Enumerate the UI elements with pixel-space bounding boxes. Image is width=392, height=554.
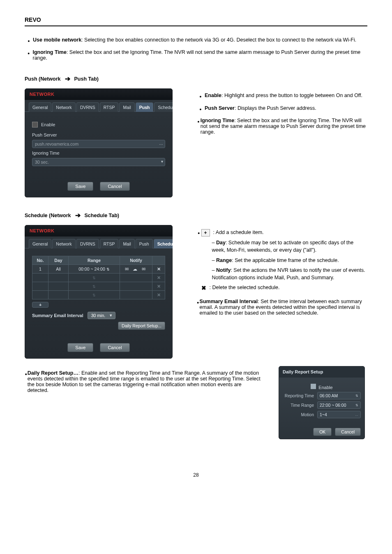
sched-sub-notify-lead: Notify bbox=[216, 267, 231, 273]
x-icon: ✖ bbox=[201, 284, 206, 292]
daily-enable-checkbox[interactable] bbox=[311, 384, 316, 389]
arrow-right-icon: ➔ bbox=[75, 211, 81, 219]
col-notify: Notify bbox=[120, 256, 152, 265]
cell-no: 1 bbox=[32, 265, 48, 274]
schedule-summary-lead: Summary Email Interval bbox=[200, 299, 258, 304]
cell-range[interactable]: 00:00 ~ 24:00 bbox=[78, 267, 105, 271]
plus-icon: + bbox=[201, 229, 210, 236]
schedule-heading-seg2: Schedule Tab) bbox=[85, 213, 120, 218]
push-server-field[interactable]: push.revoamerica.com … bbox=[32, 140, 165, 148]
schedule-add-bullet: • +: Add a schedule item. – Day: Schedul… bbox=[196, 229, 367, 294]
chevron-down-icon: ▼ bbox=[109, 313, 113, 318]
daily-rt-field[interactable]: 06:00 AM⇅ bbox=[317, 392, 361, 399]
sched-sub-day-text: : Schedule may be set to activate on spe… bbox=[212, 240, 354, 253]
intro-bullet-2-lead: Ignoring Time bbox=[32, 49, 66, 55]
summary-interval-label: Summary Email Interval bbox=[32, 313, 83, 318]
intro-bullet-1-lead: Use mobile network bbox=[33, 37, 81, 43]
daily-report-setup-button[interactable]: Daily Report Setup... bbox=[118, 322, 165, 330]
schedule-tabs: General Network DVRNS RTSP Mail Push Sch… bbox=[25, 236, 173, 248]
tab-mail[interactable]: Mail bbox=[119, 239, 134, 248]
push-heading: Push (Network ➔ Push Tab) bbox=[25, 75, 367, 83]
row-delete-button: ✕ bbox=[152, 291, 165, 299]
daily-report-lead: Daily Report Setup… bbox=[28, 370, 78, 376]
col-delete bbox=[152, 256, 165, 265]
divider bbox=[25, 25, 367, 26]
tab-dvrns[interactable]: DVRNS bbox=[76, 102, 99, 112]
tab-rtsp[interactable]: RTSP bbox=[100, 102, 119, 112]
schedule-heading-seg1: Schedule (Network bbox=[25, 213, 71, 218]
push-save-button[interactable]: Save bbox=[67, 182, 93, 191]
tab-network[interactable]: Network bbox=[52, 239, 76, 248]
daily-rt-label: Reporting Time bbox=[283, 393, 314, 398]
row-delete-button: ✕ bbox=[152, 274, 165, 282]
schedule-dialog-title: NETWORK bbox=[25, 225, 173, 236]
daily-tr-value: 22:00 ~ 06:00 bbox=[320, 403, 346, 408]
schedule-table: No. Day Range Notify 1 All 00:00 ~ 24:00… bbox=[32, 256, 165, 299]
row-delete-button: ✕ bbox=[152, 282, 165, 291]
push-cancel-button[interactable]: Cancel bbox=[100, 182, 129, 191]
schedule-summary-bullet: • Summary Email Interval: Set the time i… bbox=[196, 299, 367, 316]
push-heading-seg1: Push (Network bbox=[25, 76, 61, 82]
spinner-icon[interactable]: ⇅ bbox=[355, 394, 358, 398]
tab-general[interactable]: General bbox=[29, 239, 51, 248]
ellipsis-icon[interactable]: … bbox=[159, 141, 163, 146]
ellipsis-icon[interactable]: … bbox=[355, 413, 358, 417]
push-ignore-label: Ignoring Time bbox=[32, 151, 60, 155]
tab-schedule[interactable]: Schedule bbox=[154, 239, 173, 248]
intro-bullet-2: • Ignoring Time: Select the box and set … bbox=[25, 49, 367, 61]
spinner-icon[interactable]: ⇅ bbox=[355, 403, 358, 407]
row-delete-button[interactable]: ✕ bbox=[152, 265, 165, 274]
tab-dvrns[interactable]: DVRNS bbox=[76, 239, 99, 248]
tab-push[interactable]: Push bbox=[136, 102, 154, 112]
push-ignore-value: 30 sec. bbox=[35, 160, 49, 165]
summary-interval-value: 30 min. bbox=[91, 313, 105, 318]
table-row: ⇅ ✕ bbox=[32, 291, 165, 299]
tab-mail[interactable]: Mail bbox=[119, 102, 134, 112]
push-tabs: General Network DVRNS RTSP Mail Push Sch… bbox=[25, 100, 173, 112]
push-enable-checkbox[interactable] bbox=[32, 122, 38, 127]
push-heading-seg2: Push Tab) bbox=[74, 76, 99, 82]
table-row: ⇅ ✕ bbox=[32, 282, 165, 291]
daily-cancel-button[interactable]: Cancel bbox=[335, 428, 361, 436]
intro-bullet-1: • Use mobile network: Selecting the box … bbox=[25, 37, 367, 45]
summary-interval-select[interactable]: 30 min. ▼ bbox=[88, 312, 115, 319]
daily-rt-value: 06:00 AM bbox=[320, 393, 338, 398]
schedule-dialog: NETWORK General Network DVRNS RTSP Mail … bbox=[25, 225, 173, 359]
push-side-bullet-1: • Enable: Highlight and press the button… bbox=[196, 93, 367, 101]
add-schedule-button[interactable]: + bbox=[32, 302, 48, 308]
tab-rtsp[interactable]: RTSP bbox=[100, 239, 119, 248]
daily-motion-value: 1~4 bbox=[320, 412, 327, 417]
cell-day[interactable]: All bbox=[48, 265, 69, 274]
push-dialog: NETWORK General Network DVRNS RTSP Mail … bbox=[25, 88, 173, 197]
push-side-bullet-3-lead: Ignoring Time bbox=[201, 118, 234, 123]
daily-report-dialog: Daily Report Setup Enable Reporting Time… bbox=[279, 366, 365, 439]
schedule-cancel-button[interactable]: Cancel bbox=[100, 343, 129, 352]
tab-schedule[interactable]: Schedule bbox=[154, 102, 173, 112]
sched-sub-range-lead: Range bbox=[216, 257, 232, 263]
daily-tr-label: Time Range bbox=[283, 403, 314, 408]
schedule-save-button[interactable]: Save bbox=[67, 343, 93, 352]
daily-report-bullet: • Daily Report Setup…: Enable and set th… bbox=[25, 370, 261, 393]
cell-notify[interactable]: ✉ ☁ ✉ bbox=[120, 265, 152, 274]
push-server-label: Push Server bbox=[32, 132, 57, 137]
tab-network[interactable]: Network bbox=[52, 102, 76, 112]
push-enable-label: Enable bbox=[41, 122, 55, 127]
sched-sub-day-lead: Day bbox=[216, 240, 226, 246]
page-number: 28 bbox=[25, 472, 367, 478]
daily-motion-field[interactable]: 1~4… bbox=[317, 411, 361, 418]
spinner-icon[interactable]: ⇅ bbox=[106, 267, 110, 271]
tab-push[interactable]: Push bbox=[136, 239, 153, 248]
schedule-delete-text: : Delete the selected schedule. bbox=[210, 285, 280, 290]
daily-ok-button[interactable]: OK bbox=[313, 428, 332, 436]
col-range: Range bbox=[69, 256, 120, 265]
push-ignore-field[interactable]: 30 sec. ▾ bbox=[32, 158, 165, 166]
daily-tr-field[interactable]: 22:00 ~ 06:00⇅ bbox=[317, 401, 361, 409]
tab-general[interactable]: General bbox=[29, 102, 51, 112]
col-day: Day bbox=[48, 256, 69, 265]
spinner-icon: ⇅ bbox=[92, 285, 96, 289]
table-row[interactable]: 1 All 00:00 ~ 24:00 ⇅ ✉ ☁ ✉ ✕ bbox=[32, 265, 165, 274]
push-side-bullet-1-lead: Enable bbox=[205, 93, 221, 98]
spinner-icon: ⇅ bbox=[92, 293, 96, 297]
dropdown-icon[interactable]: ▾ bbox=[161, 159, 163, 164]
schedule-add-text: : Add a schedule item. bbox=[213, 230, 264, 236]
